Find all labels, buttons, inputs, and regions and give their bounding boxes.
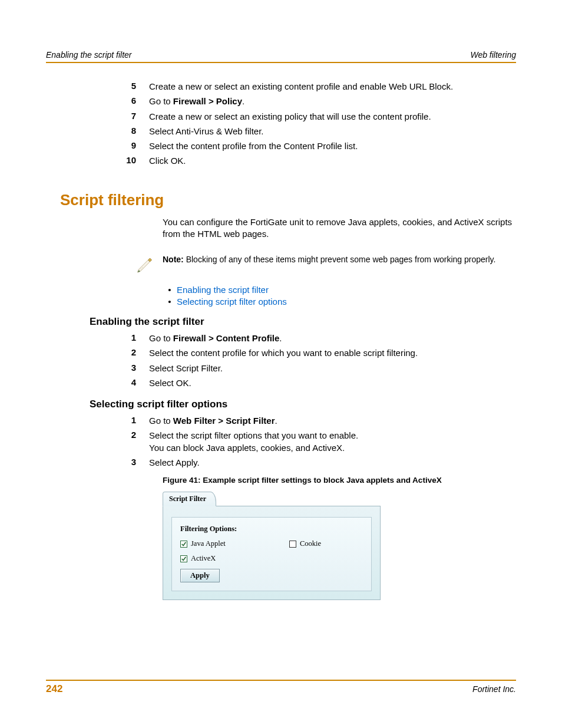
step-text: Select Anti-Virus & Web filter.: [149, 126, 516, 137]
step-row: 6Go to Firewall > Policy.: [46, 95, 516, 107]
step-number: 7: [46, 111, 149, 123]
step-row: 4Select OK.: [46, 377, 516, 389]
step-text: Create a new or select an existing conte…: [149, 81, 516, 93]
step-number: 2: [46, 347, 149, 359]
step-number: 5: [46, 81, 149, 93]
footer-rule: [46, 680, 516, 681]
filtering-options-label: Filtering Options:: [180, 525, 363, 533]
label-cookie: Cookie: [300, 539, 321, 548]
step-text: Create a new or select an existing polic…: [149, 111, 516, 123]
subheading-enabling: Enabling the script filter: [90, 316, 516, 328]
step-number: 8: [46, 126, 149, 137]
figure-ui: Script Filter Filtering Options: Java Ap…: [163, 489, 381, 600]
step-text: Select Apply.: [149, 457, 516, 469]
step-row: 3Select Apply.: [46, 457, 516, 469]
step-row: 3Select Script Filter.: [46, 363, 516, 374]
step-text: Select Script Filter.: [149, 363, 516, 374]
step-row: 1Go to Web Filter > Script Filter.: [46, 415, 516, 427]
step-text: Select the content profile from the Cont…: [149, 140, 516, 152]
checkbox-cookie[interactable]: [289, 541, 296, 548]
step-row: 2Select the content profile for which yo…: [46, 347, 516, 359]
step-row: 1Go to Firewall > Content Profile.: [46, 332, 516, 344]
apply-button[interactable]: Apply: [180, 569, 220, 582]
step-number: 2: [46, 430, 149, 454]
step-text: Go to Firewall > Content Profile.: [149, 332, 516, 344]
step-row: 10Click OK.: [46, 155, 516, 167]
link-enabling-script-filter[interactable]: Enabling the script filter: [177, 285, 269, 295]
subheading-selecting: Selecting script filter options: [90, 398, 516, 410]
label-activex: ActiveX: [191, 554, 216, 563]
running-header: Enabling the script filter Web filtering: [46, 50, 516, 60]
step-number: 6: [46, 95, 149, 107]
link-selecting-script-filter-options[interactable]: Selecting script filter options: [177, 297, 287, 307]
note-icon: [46, 251, 163, 274]
figure-caption: Figure 41: Example script filter setting…: [163, 476, 516, 485]
step-text: Select OK.: [149, 377, 516, 389]
step-text: Select the script filter options that yo…: [149, 430, 516, 454]
step-number: 3: [46, 363, 149, 374]
page-number: 242: [46, 683, 62, 695]
step-number: 1: [46, 415, 149, 427]
step-row: 7Create a new or select an existing poli…: [46, 111, 516, 123]
checkbox-java-applet[interactable]: [180, 541, 187, 548]
company-name: Fortinet Inc.: [472, 684, 516, 694]
step-number: 4: [46, 377, 149, 389]
step-row: 5Create a new or select an existing cont…: [46, 81, 516, 93]
step-row: 8Select Anti-Virus & Web filter.: [46, 126, 516, 137]
header-right: Web filtering: [470, 50, 516, 60]
step-text: Click OK.: [149, 155, 516, 167]
step-text: Go to Firewall > Policy.: [149, 95, 516, 107]
step-number: 10: [46, 155, 149, 167]
step-row: 9Select the content profile from the Con…: [46, 140, 516, 152]
tab-script-filter[interactable]: Script Filter: [163, 492, 216, 506]
step-row: 2Select the script filter options that y…: [46, 430, 516, 454]
header-rule: [46, 62, 516, 63]
step-number: 3: [46, 457, 149, 469]
section-heading: Script filtering: [60, 191, 516, 209]
label-java-applet: Java Applet: [191, 539, 226, 548]
link-list: Enabling the script filter Selecting scr…: [163, 285, 516, 307]
note-text: Note: Blocking of any of these items mig…: [163, 251, 516, 266]
step-number: 9: [46, 140, 149, 152]
step-text: Select the content profile for which you…: [149, 347, 516, 359]
header-left: Enabling the script filter: [46, 50, 132, 60]
intro-paragraph: You can configure the FortiGate unit to …: [163, 216, 516, 241]
step-number: 1: [46, 332, 149, 344]
step-text: Go to Web Filter > Script Filter.: [149, 415, 516, 427]
checkbox-activex[interactable]: [180, 555, 187, 562]
